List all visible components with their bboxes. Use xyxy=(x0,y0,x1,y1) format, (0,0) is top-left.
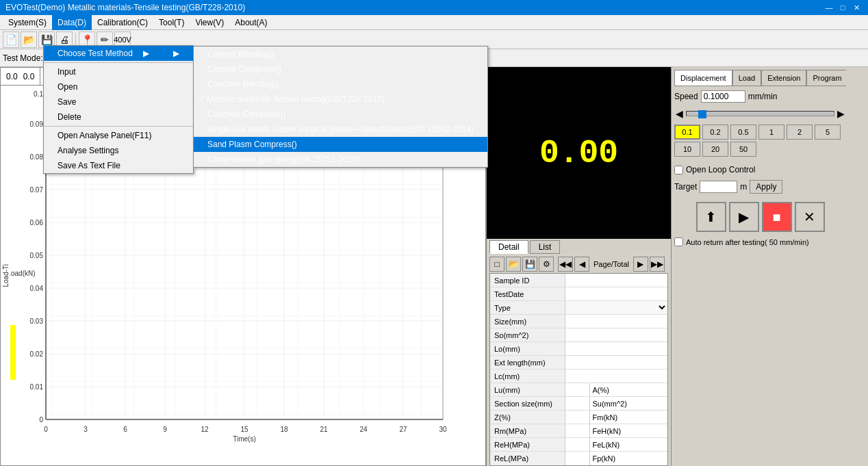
choose-test-method-item[interactable]: Choose Test Method ▶ Cement Bending() Ce… xyxy=(44,46,193,61)
data-save-btn[interactable]: 💾 xyxy=(522,257,537,272)
speed-btn-50[interactable]: 50 xyxy=(730,142,756,157)
input-size[interactable] xyxy=(568,318,665,326)
title-bar: EVOTest(Demo) Metallic materials-Tensile… xyxy=(0,0,868,15)
menu-delete-item[interactable]: Delete xyxy=(44,109,193,125)
dropdown-menu: Choose Test Method ▶ Cement Bending() Ce… xyxy=(43,45,194,174)
submenu-concrete-compress[interactable]: Concrete Compress() xyxy=(194,107,487,122)
slider-left-arrow[interactable]: ◀ xyxy=(674,107,685,120)
select-type[interactable] xyxy=(565,301,667,314)
slider-track[interactable] xyxy=(686,111,834,116)
input-lc[interactable] xyxy=(568,372,665,380)
dropdown-sep-1 xyxy=(44,62,193,63)
menu-save-item[interactable]: Save xyxy=(44,94,193,109)
data-open-btn[interactable]: 📂 xyxy=(506,257,521,272)
ctrl-up-button[interactable]: ⬆ xyxy=(696,202,726,232)
data-nav-row: □ 📂 💾 ⚙ ◀◀ ◀ Page/Total ▶ ▶▶ xyxy=(487,255,671,273)
tab-program[interactable]: Program xyxy=(806,70,846,86)
ctrl-cancel-button[interactable]: ✕ xyxy=(795,202,825,232)
tab-list[interactable]: List xyxy=(530,240,561,254)
submenu-sand-plasm[interactable]: Sand Plasm Compress() xyxy=(194,137,487,152)
svg-text:0: 0 xyxy=(39,416,43,424)
input-fel[interactable] xyxy=(647,441,665,449)
big-display-value: 0.00 xyxy=(539,135,618,172)
auto-return-checkbox[interactable] xyxy=(674,237,683,246)
svg-text:0: 0 xyxy=(44,426,48,433)
title-controls: — □ ✕ xyxy=(823,1,863,14)
speed-btn-10[interactable]: 10 xyxy=(674,142,700,157)
param-tabs: Displacement Load Extension Program Ten … xyxy=(674,70,846,86)
tab-extension[interactable]: Extension xyxy=(761,70,806,86)
submenu-metallic-tensile[interactable]: Metallic materials-Tensile testing(GB/T2… xyxy=(194,92,487,107)
target-input[interactable] xyxy=(700,181,737,193)
submenu-cement-bending[interactable]: Cement Bending() xyxy=(194,47,487,62)
submenu-single-use-gloves[interactable]: Single-use sterile rubber surgical glove… xyxy=(194,122,487,137)
data-new-btn[interactable]: □ xyxy=(489,257,505,272)
mbar-value-1: 0.0 xyxy=(6,72,18,81)
submenu-compression-gas-spring[interactable]: Compression gas spring(GB 25751-2010) xyxy=(194,152,487,167)
nav-prev[interactable]: ◀ xyxy=(574,257,589,272)
speed-label: Speed xyxy=(674,92,698,101)
speed-btn-20[interactable]: 20 xyxy=(702,142,728,157)
submenu-concrete-bending[interactable]: Concrete Bending() xyxy=(194,77,487,92)
new-button[interactable]: 📄 xyxy=(3,31,19,48)
close-button[interactable]: ✕ xyxy=(850,1,863,14)
menu-about[interactable]: About(A) xyxy=(229,15,272,30)
submenu-arrow: ▶ xyxy=(143,49,149,58)
input-fp[interactable] xyxy=(647,454,665,463)
input-reh[interactable] xyxy=(568,441,587,449)
window-title: EVOTest(Demo) Metallic materials-Tensile… xyxy=(5,3,245,12)
speed-btn-5[interactable]: 5 xyxy=(815,125,841,140)
nav-first[interactable]: ◀◀ xyxy=(558,257,573,272)
tab-detail[interactable]: Detail xyxy=(489,240,528,254)
speed-btn-0.2[interactable]: 0.2 xyxy=(702,125,728,140)
ctrl-stop-button[interactable]: ■ xyxy=(762,202,792,232)
nav-next[interactable]: ▶ xyxy=(633,257,648,272)
apply-button[interactable]: Apply xyxy=(750,180,782,194)
big-display: 0.00 xyxy=(487,67,671,239)
ctrl-play-button[interactable]: ▶ xyxy=(729,202,759,232)
svg-text:6: 6 xyxy=(123,426,127,433)
menu-data[interactable]: Data(D) xyxy=(52,15,92,30)
input-feh[interactable] xyxy=(647,427,665,435)
submenu-cement-compress[interactable]: Cement Compress() xyxy=(194,62,487,77)
input-rm[interactable] xyxy=(568,427,587,435)
speed-btn-1[interactable]: 1 xyxy=(758,125,784,140)
open-loop-checkbox[interactable] xyxy=(674,166,683,174)
menu-view[interactable]: View(V) xyxy=(190,15,229,30)
field-test-date: TestDate xyxy=(490,287,667,301)
input-rel[interactable] xyxy=(568,454,587,463)
input-ext-length[interactable] xyxy=(568,359,665,367)
load-indicator xyxy=(10,325,16,380)
input-lu[interactable] xyxy=(568,386,587,394)
menu-calibration[interactable]: Calibration(C) xyxy=(92,15,153,30)
menu-open-analyse-item[interactable]: Open Analyse Panel(F11) xyxy=(44,128,193,143)
tab-displacement[interactable]: Displacement xyxy=(674,70,732,86)
input-section-size[interactable] xyxy=(568,400,587,408)
speed-input[interactable] xyxy=(701,90,745,103)
nav-last[interactable]: ▶▶ xyxy=(650,257,665,272)
input-lo[interactable] xyxy=(568,345,665,353)
menu-analyse-settings-item[interactable]: Analyse Settings xyxy=(44,143,193,158)
input-su[interactable] xyxy=(647,400,665,408)
menu-open-item[interactable]: Open xyxy=(44,79,193,94)
menu-system[interactable]: System(S) xyxy=(3,15,52,30)
input-z[interactable] xyxy=(568,413,587,422)
open-button[interactable]: 📂 xyxy=(21,31,37,48)
maximize-button[interactable]: □ xyxy=(837,1,849,14)
tab-load[interactable]: Load xyxy=(732,70,761,86)
slider-thumb[interactable] xyxy=(698,110,706,118)
input-fm[interactable] xyxy=(647,413,665,422)
speed-btn-2[interactable]: 2 xyxy=(787,125,813,140)
slider-right-arrow[interactable]: ▶ xyxy=(836,107,846,120)
input-so[interactable] xyxy=(568,331,665,339)
menu-save-text-item[interactable]: Save As Text File xyxy=(44,158,193,173)
input-test-date[interactable] xyxy=(568,290,665,298)
speed-btn-0.1[interactable]: 0.1 xyxy=(674,125,700,140)
input-sample-id[interactable] xyxy=(568,276,665,285)
data-settings-btn[interactable]: ⚙ xyxy=(539,257,554,272)
menu-tool[interactable]: Tool(T) xyxy=(153,15,190,30)
minimize-button[interactable]: — xyxy=(823,1,835,14)
menu-input-item[interactable]: Input xyxy=(44,64,193,79)
input-a[interactable] xyxy=(647,386,665,394)
speed-btn-0.5[interactable]: 0.5 xyxy=(730,125,756,140)
